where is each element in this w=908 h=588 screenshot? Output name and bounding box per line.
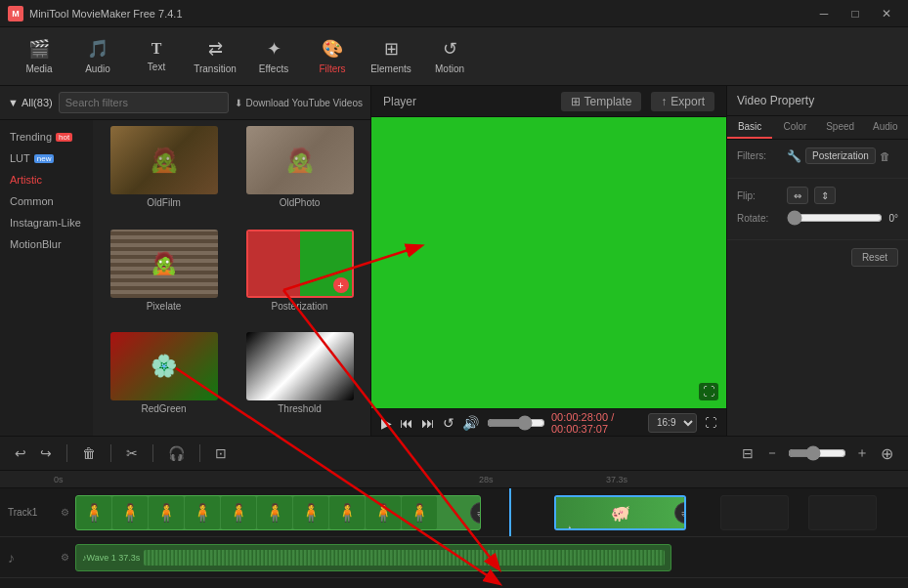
sidebar-item-instagram[interactable]: Instagram-Like: [0, 212, 93, 233]
video-frame: [371, 117, 726, 408]
volume-button[interactable]: 🔊: [460, 413, 481, 433]
track1-row: Track1 ⚙ 🧍 🧍 🧍 🧍 🧍 🧍 🧍 🧍: [0, 488, 908, 537]
play-button[interactable]: ▶: [379, 413, 394, 433]
rotate-slider[interactable]: [787, 210, 883, 226]
filter-item-threshold[interactable]: Threshold: [235, 332, 365, 430]
toolbar-elements[interactable]: ⊞ Elements: [364, 31, 418, 82]
filter-chip: Posterization: [805, 147, 876, 164]
empty-clip-2: [808, 495, 877, 530]
zoom-slider[interactable]: [788, 445, 846, 461]
main-toolbar: 🎬 Media 🎵 Audio T Text ⇄ Transition ✦ Ef…: [0, 27, 908, 86]
video-property-title: Video Property: [727, 86, 908, 116]
toolbar-transition[interactable]: ⇄ Transition: [188, 31, 242, 82]
loop-button[interactable]: ↺: [441, 413, 456, 433]
hot-badge: hot: [56, 133, 72, 142]
filter-item-pixelate[interactable]: 🧟 Pixelate: [99, 230, 229, 327]
audio-track-row: ♪ ⚙ ♪ Wave 1 37.3s: [0, 537, 908, 578]
track-lock-button[interactable]: ⚙: [54, 507, 75, 518]
reset-button[interactable]: Reset: [851, 248, 898, 267]
close-button[interactable]: ✕: [873, 4, 900, 23]
delete-button[interactable]: 🗑: [79, 442, 99, 464]
filter-item-oldphoto[interactable]: 🧟 OldPhoto: [235, 126, 365, 224]
volume-slider[interactable]: [487, 415, 545, 431]
next-frame-button[interactable]: ⏭: [419, 413, 437, 433]
template-button[interactable]: ⊞ Template: [561, 92, 642, 111]
export-icon: ↑: [661, 95, 667, 108]
download-youtube-button[interactable]: ⬇ Download YouTube Videos: [235, 98, 363, 108]
filter-all-label[interactable]: ▼ All(83): [8, 97, 53, 108]
motion-icon: ↺: [443, 38, 457, 60]
fullscreen-button[interactable]: ⛶: [703, 414, 718, 432]
prev-frame-button[interactable]: ⏮: [398, 413, 415, 433]
sidebar-item-motionblur[interactable]: MotionBlur: [0, 233, 93, 255]
tab-color[interactable]: Color: [772, 116, 817, 139]
time-mark-37s: 37.3s: [606, 475, 627, 484]
filters-icon: 🎨: [322, 38, 343, 60]
playback-controls: ▶ ⏮ ⏭ ↺ 🔊: [379, 413, 481, 433]
sidebar-item-trending[interactable]: Trending hot: [0, 126, 93, 147]
snap-button[interactable]: ⊟: [739, 442, 757, 464]
sidebar-item-common[interactable]: Common: [0, 190, 93, 212]
filter-item-oldfilm[interactable]: 🧟 OldFilm: [99, 126, 229, 224]
filter-preview-oldphoto: 🧟: [246, 126, 354, 194]
filter-chip-icon: 🔧: [787, 149, 801, 163]
text-icon: T: [151, 40, 162, 58]
tab-basic[interactable]: Basic: [727, 116, 772, 139]
main-video-clip[interactable]: 🧍 🧍 🧍 🧍 🧍 🧍 🧍 🧍 🧍 🧍 ⇌: [75, 495, 481, 530]
player-area: Player ⊞ Template ↑ Export ⛶ ▶ ⏮ ⏭: [371, 86, 727, 436]
tab-speed[interactable]: Speed: [818, 116, 863, 139]
audio-track-content[interactable]: ♪ Wave 1 37.3s: [75, 537, 908, 577]
filters-label: Filters:: [737, 150, 781, 161]
edit-toolbar: ↩ ↪ 🗑 ✂ 🎧 ⊡ ⊟ － ＋ ⊕: [0, 436, 908, 471]
toolbar-text[interactable]: T Text: [129, 31, 184, 82]
expand-player-button[interactable]: ⛶: [699, 383, 718, 400]
delete-filter-button[interactable]: 🗑: [880, 150, 890, 162]
clip-frame-7: 🧍: [293, 496, 328, 529]
music-icon: ♪: [8, 550, 15, 566]
tab-audio[interactable]: Audio: [863, 116, 908, 139]
clip-frame-6: 🧍: [257, 496, 292, 529]
clip-frame-10: 🧍: [402, 496, 437, 529]
filter-search-input[interactable]: [59, 92, 230, 113]
undo-button[interactable]: ↩: [12, 442, 29, 464]
selected-video-clip[interactable]: 🐖 ✦ ⇌: [554, 495, 686, 530]
flip-label: Flip:: [737, 190, 781, 201]
time-mark-0s: 0s: [54, 475, 64, 484]
audio-icon-sm: ⚙: [61, 552, 69, 563]
audio-icon: 🎵: [87, 38, 108, 60]
timeline-header: 0s 28s 37.3s: [0, 471, 908, 488]
zoom-out-button[interactable]: －: [762, 441, 782, 465]
toolbar-audio[interactable]: 🎵 Audio: [70, 31, 125, 82]
aspect-ratio-select[interactable]: 16:9 9:16 1:1: [648, 413, 697, 433]
maximize-button[interactable]: □: [842, 4, 869, 23]
flip-horizontal-button[interactable]: ⇔: [787, 187, 808, 204]
export-button[interactable]: ↑ Export: [651, 92, 714, 111]
toolbar-separator-3: [152, 444, 153, 462]
redo-button[interactable]: ↪: [37, 442, 55, 464]
toolbar-filters[interactable]: 🎨 Filters: [305, 31, 360, 82]
filters-property-section: Filters: 🔧 Posterization 🗑: [727, 140, 908, 179]
add-track-button[interactable]: ⊕: [878, 441, 896, 466]
minimize-button[interactable]: ─: [810, 4, 838, 23]
sidebar-item-lut[interactable]: LUT new: [0, 147, 93, 169]
timeline-tracks: Track1 ⚙ 🧍 🧍 🧍 🧍 🧍 🧍 🧍 🧍: [0, 488, 908, 588]
clip-frame-4: 🧍: [185, 496, 220, 529]
track1-content[interactable]: 🧍 🧍 🧍 🧍 🧍 🧍 🧍 🧍 🧍 🧍 ⇌: [75, 488, 908, 536]
playhead[interactable]: [509, 488, 511, 536]
cut-button[interactable]: ✂: [123, 442, 141, 464]
crop-button[interactable]: ⊡: [212, 442, 230, 464]
filter-item-redgreen[interactable]: 🌸 RedGreen: [99, 332, 229, 430]
zoom-in-button[interactable]: ＋: [852, 441, 872, 465]
audio-detach-button[interactable]: 🎧: [165, 442, 188, 464]
property-tabs: Basic Color Speed Audio: [727, 116, 908, 140]
audio-clip[interactable]: ♪ Wave 1 37.3s: [75, 544, 671, 571]
sidebar-item-artistic[interactable]: Artistic: [0, 169, 93, 190]
audio-clip-name: Wave 1 37.3s: [87, 553, 141, 563]
flip-vertical-button[interactable]: ⇕: [814, 187, 836, 204]
filter-preview-oldfilm: 🧟: [110, 126, 218, 194]
toolbar-motion[interactable]: ↺ Motion: [422, 31, 477, 82]
toolbar-effects[interactable]: ✦ Effects: [246, 31, 301, 82]
clip-transition-icon: ⇌: [470, 502, 481, 524]
filter-item-posterization[interactable]: + Posterization: [235, 230, 365, 327]
toolbar-media[interactable]: 🎬 Media: [12, 31, 66, 82]
